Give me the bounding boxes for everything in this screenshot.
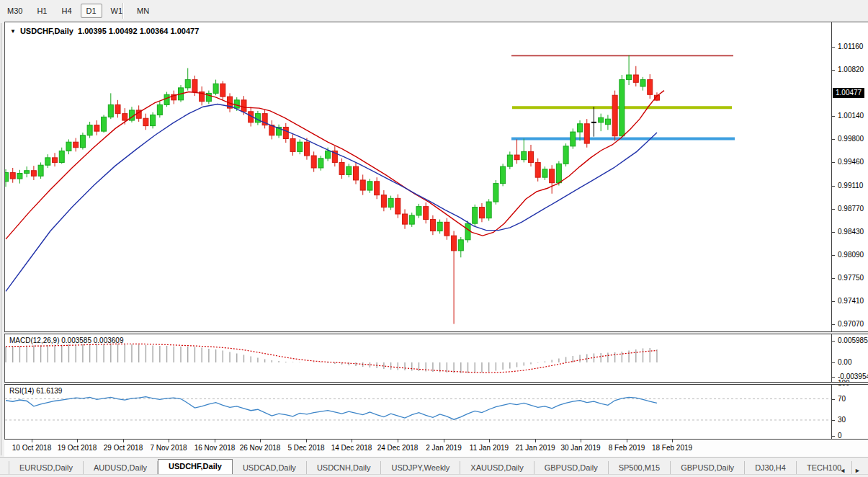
date-tick (352, 440, 352, 442)
main-price-chart[interactable] (5, 22, 831, 331)
date-tick (260, 440, 261, 442)
ohlc-low: 1.00364 (140, 27, 169, 35)
rsi-axis-label: 70 (838, 395, 846, 403)
chart-tab-usdjpy[interactable]: USDJPY,Weekly (381, 461, 460, 475)
bearish-candle (424, 207, 429, 220)
date-label: 21 Jan 2019 (515, 444, 555, 452)
bearish-candle (612, 95, 617, 135)
bullish-candle (542, 169, 547, 177)
bullish-candle (507, 155, 512, 166)
date-tick (215, 440, 215, 442)
date-label: 18 Feb 2019 (652, 444, 692, 452)
bullish-candle (255, 114, 260, 122)
timeframe-button-mn[interactable]: MN (131, 4, 155, 18)
price-label: 1.00820 (838, 66, 864, 73)
bearish-candle (535, 162, 540, 177)
timeframe-button-m30[interactable]: M30 (1, 4, 28, 18)
chart-tab-usdcad[interactable]: USDCAD,Daily (233, 461, 307, 475)
bearish-candle (444, 222, 449, 236)
date-tick (489, 440, 490, 442)
price-label: 0.98770 (838, 205, 864, 213)
timeframe-toolbar: M30H1H4D1W1MN (0, 0, 868, 22)
bearish-candle (283, 127, 288, 138)
date-label: 2 Jan 2019 (426, 444, 462, 452)
current-price-tag: 1.00477 (833, 88, 864, 98)
chart-tab-gbpusd[interactable]: GBPUSD,Daily (671, 461, 745, 475)
price-label-tick (832, 47, 835, 48)
macd-axis-label-tick (832, 362, 835, 363)
price-label: 0.97410 (838, 297, 864, 305)
macd-panel[interactable] (5, 334, 831, 382)
bearish-candle (584, 124, 589, 143)
chart-tab-eurusd[interactable]: EURUSD,Daily (9, 461, 84, 475)
tab-stub (0, 461, 9, 475)
tab-scroll-arrows: ◄► (835, 467, 865, 474)
bullish-candle (326, 151, 331, 158)
chart-tab-usdchf[interactable]: USDCHF,Daily (158, 459, 233, 476)
chart-tab-sp500[interactable]: SP500,M15 (609, 461, 671, 475)
bullish-candle (297, 142, 303, 151)
date-tick (535, 440, 536, 442)
bearish-candle (514, 155, 519, 160)
splitter-macd-rsi[interactable] (4, 382, 868, 385)
bearish-candle (395, 198, 401, 214)
timeframe-button-h4[interactable]: H4 (55, 4, 77, 18)
bullish-candle (571, 132, 576, 146)
bullish-candle (164, 94, 169, 104)
trading-platform-window: M30H1H4D1W1MN ▼USDCHF,Daily 1.00395 1.00… (0, 0, 868, 477)
bearish-candle (115, 104, 120, 113)
chart-tabs-bar: EURUSD,DailyAUDUSD,DailyUSDCHF,DailyUSDC… (0, 457, 868, 475)
chart-symbol-label: USDCHF,Daily (20, 27, 73, 35)
bullish-candle (38, 165, 43, 176)
status-strip (0, 474, 868, 477)
bullish-candle (599, 117, 604, 122)
timeframe-button-d1[interactable]: D1 (81, 4, 102, 18)
price-label-tick (832, 139, 835, 140)
bearish-candle (290, 138, 295, 151)
chart-tab-gbpusd[interactable]: GBPUSD,Daily (534, 461, 609, 475)
date-tick (77, 440, 78, 442)
rsi-axis-label-tick (832, 399, 835, 400)
price-label-tick (832, 278, 835, 279)
bullish-candle (80, 135, 85, 148)
chart-title: ▼USDCHF,Daily 1.00395 1.00492 1.00364 1.… (10, 27, 199, 35)
price-label: 0.99460 (838, 158, 864, 166)
bullish-candle (416, 207, 421, 215)
bearish-candle (122, 114, 127, 120)
chart-tab-usdcnh[interactable]: USDCNH,Daily (307, 461, 382, 475)
bullish-candle (493, 184, 498, 202)
rsi-panel[interactable] (5, 385, 831, 439)
bullish-candle (465, 223, 470, 240)
bullish-candle (346, 166, 352, 174)
bearish-candle (192, 80, 197, 92)
bearish-candle (10, 173, 15, 179)
bullish-candle (578, 124, 583, 132)
chart-tab-dj30[interactable]: DJ30,H4 (745, 461, 797, 475)
date-label: 29 Oct 2018 (104, 444, 143, 452)
price-label: 0.97070 (838, 320, 864, 328)
price-label: 0.98090 (838, 251, 864, 259)
splitter-main-macd[interactable] (4, 331, 868, 334)
chart-tab-xauusd[interactable]: XAUUSD,Daily (460, 461, 534, 475)
bullish-candle (409, 215, 414, 224)
ohlc-close: 1.00477 (171, 27, 200, 35)
chart-tab-audusd[interactable]: AUDUSD,Daily (84, 461, 158, 475)
timeframe-button-h1[interactable]: H1 (31, 4, 53, 18)
date-tick (306, 440, 307, 442)
rsi-line (6, 397, 657, 420)
bearish-candle (143, 118, 148, 125)
price-label: 0.98430 (838, 228, 864, 236)
date-label: 10 Oct 2018 (12, 444, 51, 452)
bullish-candle (473, 208, 478, 224)
chart-menu-dropdown-icon[interactable]: ▼ (10, 28, 16, 35)
bullish-candle (5, 173, 9, 182)
bullish-candle (501, 166, 506, 184)
price-label-tick (832, 324, 835, 325)
bullish-candle (213, 84, 218, 93)
bearish-candle (311, 156, 316, 168)
date-tick (627, 440, 627, 442)
timeframe-button-w1[interactable]: W1 (105, 4, 129, 18)
ohlc-high: 1.00492 (109, 27, 138, 35)
macd-indicator-label: MACD(12,26,9) 0.003585 0.003609 (9, 336, 123, 344)
bullish-candle (556, 164, 561, 182)
